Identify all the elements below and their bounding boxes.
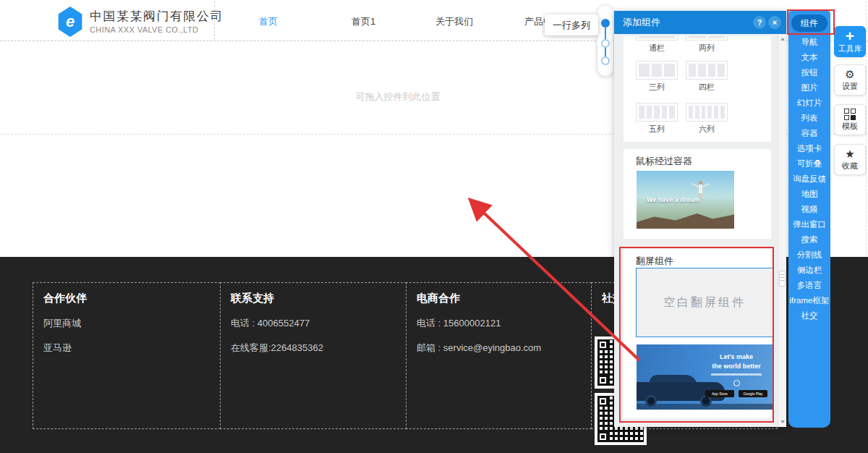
scrollbar-thumb[interactable] <box>779 271 786 287</box>
canvas-right-outline <box>866 1 867 256</box>
sidebar-item-list[interactable]: 列表 <box>788 111 830 126</box>
help-icon[interactable]: ? <box>753 16 766 29</box>
gear-icon: ⚙ <box>845 68 854 80</box>
layout-thumb <box>686 103 728 122</box>
image-caption: We have a dream <box>647 196 699 203</box>
footer-line: 亚马逊 <box>43 342 210 355</box>
sidebar-item-popup[interactable]: 弹出窗口 <box>788 217 830 232</box>
favorites-button[interactable]: ★ 收藏 <box>834 144 866 175</box>
hover-container-card: 鼠标经过容器 We have a dream <box>624 149 771 239</box>
layout-thumb <box>686 61 728 80</box>
nav-item-home[interactable]: 首页 <box>259 15 278 28</box>
footer-col-title: 联系支持 <box>231 292 396 305</box>
anchor-tooltip: 一行多列 <box>545 14 598 35</box>
footer-line: 电话 : 4006552477 <box>231 317 396 330</box>
person-figure <box>693 181 707 210</box>
layout-thumb <box>636 103 678 122</box>
site-logo: e 中国某某阀门有限公司 CHINA XXX VALVE CO.,LTD <box>56 7 224 37</box>
page-anchor-dot-active[interactable] <box>601 19 610 27</box>
footer-col-partners: 合作伙伴 阿里商城 亚马逊 <box>33 282 221 429</box>
company-name-en: CHINA XXX VALVE CO.,LTD <box>90 26 224 34</box>
add-component-panel: 添加组件 ? × 通栏 两列 三列 四栏 五列 <box>614 11 786 427</box>
car-flip-template[interactable]: Let's make the world better App Store Go… <box>637 344 773 410</box>
logo-mark-icon: e <box>56 7 84 37</box>
settings-button[interactable]: ⚙ 设置 <box>834 64 866 96</box>
footer-col-title: 电商合作 <box>417 292 581 305</box>
footer-line: 在线客服:2264835362 <box>231 342 396 355</box>
company-name-cn: 中国某某阀门有限公司 <box>90 10 224 22</box>
layout-thumb <box>636 61 678 80</box>
sidebar-item-text[interactable]: 文本 <box>788 50 830 65</box>
scroll-down-icon[interactable] <box>780 420 785 423</box>
promo-line1: Let's make <box>703 353 770 360</box>
grid-icon <box>844 109 856 120</box>
footer-line: 阿里商城 <box>43 317 210 330</box>
layout-thumb <box>686 36 728 41</box>
component-sidebar: 组件 导航 文本 按钮 图片 幻灯片 列表 容器 选项卡 可折叠 询盘反馈 地图… <box>788 11 830 428</box>
page-anchor-dot[interactable] <box>601 56 610 65</box>
page-anchor-widget <box>597 6 613 76</box>
sidebar-item-iframe[interactable]: iframe框架 <box>788 293 830 308</box>
panel-scrollbar[interactable] <box>778 34 786 427</box>
sidebar-item-button[interactable]: 按钮 <box>788 65 830 80</box>
sidebar-item-video[interactable]: 视频 <box>788 202 830 217</box>
footer-line: 电话 : 15600002121 <box>417 317 581 330</box>
footer-col-ecommerce: 电商合作 电话 : 15600002121 邮箱 : service@eying… <box>406 282 592 429</box>
sidebar-item-tabs[interactable]: 选项卡 <box>788 141 830 156</box>
star-icon: ★ <box>845 148 854 160</box>
page-anchor-dot[interactable] <box>601 39 610 48</box>
sidebar-item-divider[interactable]: 分割线 <box>788 247 830 263</box>
layout-item-2col[interactable]: 两列 <box>686 36 728 54</box>
sidebar-item-multilang[interactable]: 多语言 <box>788 278 830 293</box>
scroll-up-icon[interactable] <box>780 38 785 41</box>
sidebar-item-image[interactable]: 图片 <box>788 80 830 96</box>
appstore-badge: App Store <box>705 390 734 397</box>
toolbox-button[interactable]: + 工具库 <box>834 26 866 57</box>
nav-item-home1[interactable]: 首页1 <box>352 15 375 28</box>
section-title: 翻屏组件 <box>636 255 673 268</box>
footer-col-support: 联系支持 电话 : 4006552477 在线客服:2264835362 <box>220 282 407 429</box>
footer-line: 邮箱 : service@eyingbao.com <box>417 342 581 355</box>
editor-page: e 中国某某阀门有限公司 CHINA XXX VALVE CO.,LTD 首页 … <box>0 0 868 453</box>
sidebar-item-sidebar[interactable]: 侧边栏 <box>788 263 830 278</box>
layout-thumb <box>636 36 678 41</box>
plus-icon: + <box>846 29 854 43</box>
header-divider <box>214 1 215 40</box>
sidebar-item-social[interactable]: 社交 <box>788 308 830 323</box>
sidebar-item-slideshow[interactable]: 幻灯片 <box>788 96 830 111</box>
close-icon[interactable]: × <box>768 16 781 29</box>
layout-grid-card: 通栏 两列 三列 四栏 五列 六列 <box>624 36 771 142</box>
sidebar-item-search[interactable]: 搜索 <box>788 232 830 247</box>
hover-container-thumbnail[interactable]: We have a dream <box>637 171 734 229</box>
googleplay-badge: Google Play <box>739 390 767 397</box>
sidebar-item-map[interactable]: 地图 <box>788 187 830 202</box>
layout-item-4col[interactable]: 四栏 <box>686 61 728 93</box>
sidebar-item-inquiry[interactable]: 询盘反馈 <box>788 172 830 187</box>
layout-item-3col[interactable]: 三列 <box>636 61 678 93</box>
section-title: 鼠标经过容器 <box>636 155 692 168</box>
sidebar-item-nav[interactable]: 导航 <box>788 35 830 50</box>
sidebar-item-container[interactable]: 容器 <box>788 126 830 141</box>
flip-component-card: 翻屏组件 空白翻屏组件 Let's make the world better … <box>624 249 771 418</box>
blank-flip-component[interactable]: 空白翻屏组件 <box>636 268 773 337</box>
sidebar-item-collapse[interactable]: 可折叠 <box>788 156 830 172</box>
layout-item-fullwidth[interactable]: 通栏 <box>636 36 678 54</box>
footer-col-title: 合作伙伴 <box>43 292 210 305</box>
templates-button[interactable]: 模板 <box>834 104 866 135</box>
brand-ring-icon <box>733 380 740 386</box>
sidebar-item-components[interactable]: 组件 <box>791 14 827 32</box>
layout-item-5col[interactable]: 五列 <box>636 103 678 135</box>
layout-item-6col[interactable]: 六列 <box>686 103 728 135</box>
nav-item-about[interactable]: 关于我们 <box>435 15 473 28</box>
promo-line2: the world better <box>703 363 770 370</box>
